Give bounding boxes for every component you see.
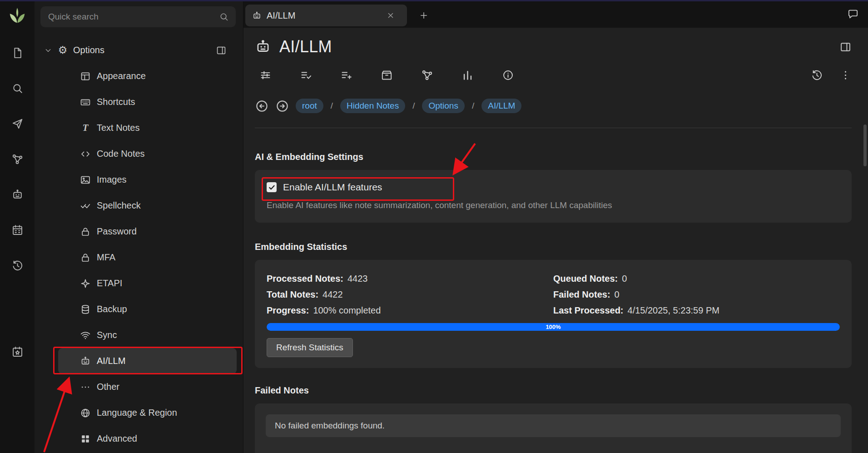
launcher-note-map-button[interactable]: [7, 149, 27, 169]
new-tab-button[interactable]: [417, 9, 431, 22]
tree-item-images[interactable]: Images: [35, 167, 243, 193]
launcher-new-note-button[interactable]: [7, 43, 27, 63]
appearance-icon: [80, 71, 91, 82]
scrollbar-thumb[interactable]: [863, 124, 867, 166]
text-icon: T: [80, 123, 91, 134]
launcher-calendar-button[interactable]: [7, 220, 27, 240]
trilium-logo[interactable]: [8, 6, 26, 25]
arrow-left-circle-icon: [255, 99, 269, 113]
launcher-jump-to-note-button[interactable]: [7, 114, 27, 134]
ribbon-note-info-button[interactable]: [502, 69, 514, 81]
breadcrumb-item-ai-llm[interactable]: AI/LLM: [481, 99, 521, 114]
note-title[interactable]: AI/LLM: [279, 37, 332, 56]
tree-item-advanced[interactable]: Advanced: [35, 426, 243, 452]
robot-icon: [255, 39, 271, 55]
tree-item-spellcheck[interactable]: Spellcheck: [35, 193, 243, 219]
launcher-ai-chat-button[interactable]: [7, 184, 27, 204]
ribbon-similar-notes-button[interactable]: [461, 69, 474, 81]
breadcrumb-item-options[interactable]: Options: [422, 99, 464, 114]
history-icon: [811, 69, 823, 81]
lock-icon: [80, 226, 91, 237]
stat-processed-notes: Processed Notes:4423: [267, 271, 553, 287]
robot-icon: [252, 11, 262, 20]
tree-item-text-notes[interactable]: TText Notes: [35, 115, 243, 141]
tab-ai-llm[interactable]: AI/LLM: [245, 5, 407, 26]
note-revisions-button[interactable]: [811, 69, 823, 81]
tree-item-code-notes[interactable]: Code Notes: [35, 141, 243, 167]
tree-item-ai-llm[interactable]: AI/LLM: [58, 348, 237, 374]
keyboard-icon: [80, 97, 91, 108]
stat-label: Total Notes:: [267, 289, 318, 299]
gear-icon: ⚙: [57, 45, 68, 56]
breadcrumb-item-root[interactable]: root: [296, 99, 323, 114]
search-icon: [11, 82, 24, 95]
failed-notes-card: No failed embeddings found.: [255, 403, 852, 453]
tree-item-etapi[interactable]: ETAPI: [35, 270, 243, 296]
tree-item-other[interactable]: Other: [35, 374, 243, 400]
ribbon-inherited-attributes-button[interactable]: [340, 69, 352, 81]
launcher-search-button[interactable]: [7, 78, 27, 98]
send-icon: [11, 118, 24, 130]
chevron-down-icon[interactable]: [44, 46, 53, 55]
tree-item-mfa[interactable]: MFA: [35, 244, 243, 270]
sliders-icon: [259, 69, 272, 81]
calendar-star-icon: [11, 346, 24, 358]
tree-item-label: ETAPI: [97, 278, 122, 289]
tree-item-appearance[interactable]: Appearance: [35, 63, 243, 89]
ribbon-bar: [255, 63, 852, 87]
tree-item-password[interactable]: Password: [35, 219, 243, 244]
main-pane: AI/LLM AI/LLM: [243, 0, 868, 453]
tree-item-label: Spellcheck: [97, 200, 141, 211]
kebab-icon: [839, 69, 852, 81]
stat-value: 0: [622, 274, 627, 284]
quick-search: [40, 6, 236, 27]
stat-label: Failed Notes:: [553, 289, 610, 299]
note-map-icon: [421, 69, 433, 81]
refresh-statistics-button[interactable]: Refresh Statistics: [267, 338, 353, 357]
breadcrumb-item-hidden-notes[interactable]: Hidden Notes: [340, 99, 405, 114]
chat-icon: [847, 8, 859, 20]
close-icon[interactable]: [386, 11, 395, 20]
note-map-icon: [11, 153, 24, 165]
embedding-progress-bar: 100%: [267, 323, 840, 331]
ribbon-owned-attributes-button[interactable]: [300, 69, 312, 81]
calendar-icon: [11, 224, 24, 236]
history-forward-button[interactable]: [275, 99, 289, 113]
search-icon[interactable]: [219, 12, 229, 22]
tree-item-label: Appearance: [97, 71, 146, 81]
sparkle-icon: [80, 278, 91, 289]
tree-item-options[interactable]: ⚙ Options: [35, 37, 243, 63]
note-actions-menu-button[interactable]: [839, 69, 852, 81]
launcher-bookmarks-button[interactable]: [7, 342, 27, 362]
chat-button[interactable]: [845, 6, 861, 22]
stat-label: Progress:: [267, 305, 309, 315]
quick-search-input[interactable]: [47, 11, 214, 22]
embedding-stats-card: Processed Notes:4423 Total Notes:4422 Pr…: [255, 260, 852, 368]
split-view-button[interactable]: [839, 41, 852, 53]
tree-item-sync[interactable]: Sync: [35, 322, 243, 348]
note-tree-panel: ⚙ Options Appearance Shortcuts TText Not…: [35, 0, 243, 453]
tree-item-shortcuts[interactable]: Shortcuts: [35, 89, 243, 115]
section-heading-embedding-stats: Embedding Statistics: [255, 241, 852, 253]
tree-item-label: MFA: [97, 252, 115, 263]
ai-enable-checkbox[interactable]: [267, 182, 277, 192]
split-panel-icon: [839, 41, 852, 53]
tree-item-label: Code Notes: [97, 149, 145, 159]
launcher-recent-changes-button[interactable]: [7, 255, 27, 275]
tree-item-label: Language & Region: [97, 408, 177, 418]
tree-item-label: Images: [97, 174, 127, 185]
history-back-button[interactable]: [255, 99, 269, 113]
stat-value: 4422: [322, 289, 343, 299]
arrow-right-circle-icon: [275, 99, 289, 113]
ai-settings-card: Enable AI/LLM features Enable AI feature…: [255, 170, 852, 223]
tree-item-language-region[interactable]: Language & Region: [35, 400, 243, 426]
enable-ai-row[interactable]: Enable AI/LLM features: [267, 179, 840, 195]
wifi-icon: [80, 330, 91, 341]
ribbon-note-paths-button[interactable]: [381, 69, 393, 81]
breadcrumb-separator: /: [412, 101, 415, 111]
tree-item-backup[interactable]: Backup: [35, 296, 243, 322]
ribbon-basic-properties-button[interactable]: [259, 69, 272, 81]
plus-icon: [419, 10, 429, 20]
ribbon-note-map-button[interactable]: [421, 69, 433, 81]
split-panel-icon[interactable]: [216, 45, 227, 56]
